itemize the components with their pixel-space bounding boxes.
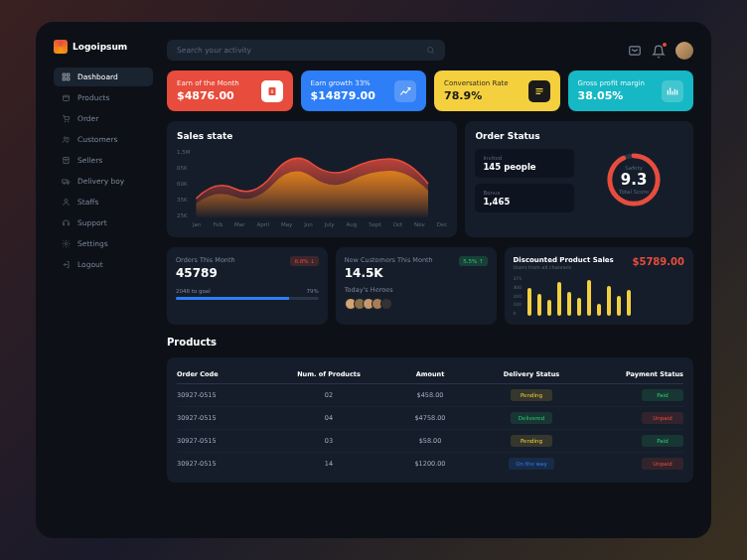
user-avatar[interactable]: [675, 42, 693, 60]
delivery-status: Delivered: [511, 412, 552, 424]
svg-rect-9: [63, 180, 68, 183]
search-input[interactable]: Search your activity: [167, 40, 445, 61]
brand-name: Logoipsum: [73, 42, 127, 52]
svg-rect-3: [67, 77, 70, 80]
notification-icon[interactable]: [652, 44, 666, 58]
payment-status: Unpaid: [642, 458, 683, 470]
svg-rect-0: [63, 73, 66, 76]
sidebar: Logoipsum DashboardProductsOrderCustomer…: [54, 40, 153, 520]
svg-rect-1: [67, 73, 70, 76]
table-row[interactable]: 30927-051502$458.00PendingPaid: [177, 384, 683, 407]
svg-point-13: [65, 242, 67, 244]
nav-dashboard[interactable]: Dashboard: [54, 68, 153, 86]
cart-icon: [62, 114, 71, 123]
sales-state-panel: Sales state 1.5M85K60K35K25K JanFebMarAp…: [167, 121, 457, 237]
person-icon: [62, 198, 71, 207]
heroes-avatars: [345, 298, 488, 310]
nav-customers[interactable]: Customers: [54, 130, 153, 149]
kpi-card-0[interactable]: Earn of the Month$4876.008: [167, 70, 293, 111]
new-customers-panel: New Customers This Month 14.5K 5.5% ↑ To…: [336, 247, 497, 325]
logo-icon: [54, 40, 68, 54]
delivery-status: On the way: [509, 458, 553, 470]
main-content: Search your activity Earn of the Month$4…: [167, 40, 693, 520]
invited-box: Invited 145 people: [475, 149, 574, 178]
nav-logout[interactable]: Logout: [54, 255, 153, 274]
card-icon: [394, 80, 416, 102]
table-row[interactable]: 30927-051503$58.00PendingPaid: [177, 430, 683, 453]
kpi-card-1[interactable]: Earn growth 33%$14879.00: [301, 70, 427, 111]
payment-status: Paid: [642, 435, 683, 447]
svg-rect-2: [63, 77, 66, 80]
table-row[interactable]: 30927-051504$4758.00DeliveredUnpaid: [177, 407, 683, 430]
logout-icon: [62, 260, 71, 269]
svg-point-8: [67, 137, 69, 139]
card-icon: [662, 80, 683, 102]
table-row[interactable]: 30927-051514$1200.00On the wayUnpaid: [177, 453, 683, 475]
svg-point-14: [428, 48, 433, 53]
orders-change-badge: 8.8% ↓: [290, 256, 318, 266]
kpi-cards: Earn of the Month$4876.008Earn growth 33…: [167, 70, 693, 111]
search-placeholder: Search your activity: [177, 46, 251, 55]
nav-delivery-boy[interactable]: Delivery boy: [54, 172, 153, 191]
message-icon[interactable]: [628, 44, 642, 58]
svg-point-10: [64, 183, 66, 185]
orders-month-panel: Orders This Month 45789 8.8% ↓ 2048 to g…: [167, 247, 328, 325]
users-icon: [62, 135, 71, 144]
main-nav: DashboardProductsOrderCustomersSellersDe…: [54, 68, 153, 274]
kpi-card-2[interactable]: Conversation Rate78.9%: [434, 70, 560, 111]
grid-icon: [62, 72, 71, 81]
goal-progress: [176, 297, 319, 300]
nav-products[interactable]: Products: [54, 88, 153, 107]
svg-text:8: 8: [270, 88, 273, 93]
search-icon: [426, 46, 435, 55]
svg-rect-4: [64, 95, 70, 100]
svg-point-12: [65, 200, 68, 203]
sales-chart: 1.5M85K60K35K25K: [177, 149, 447, 218]
gear-icon: [62, 239, 71, 248]
card-icon: 8: [261, 80, 283, 102]
headset-icon: [62, 218, 71, 227]
notification-dot: [663, 43, 667, 47]
store-icon: [62, 156, 71, 165]
payment-status: Paid: [642, 389, 683, 401]
order-status-title: Order Status: [475, 131, 574, 141]
products-title: Products: [167, 337, 693, 348]
delivery-status: Pending: [511, 435, 552, 447]
svg-point-5: [65, 121, 66, 122]
brand-logo[interactable]: Logoipsum: [54, 40, 153, 54]
nav-settings[interactable]: Settings: [54, 234, 153, 253]
customers-change-badge: 5.5% ↑: [459, 256, 487, 266]
box-icon: [62, 93, 71, 102]
bonus-box: Bonus 1,465: [475, 184, 574, 212]
kpi-card-3[interactable]: Gross profit margin38.05%: [568, 70, 694, 111]
order-status-panel: Order Status Invited 145 people Bonus 1,…: [465, 121, 693, 237]
card-icon: [528, 80, 550, 102]
delivery-status: Pending: [511, 389, 552, 401]
nav-support[interactable]: Support: [54, 213, 153, 232]
truck-icon: [62, 177, 71, 186]
safety-gauge: Safety 9.3 Total Score: [584, 131, 683, 227]
nav-sellers[interactable]: Sellers: [54, 151, 153, 170]
nav-order[interactable]: Order: [54, 109, 153, 128]
payment-status: Unpaid: [642, 412, 683, 424]
svg-point-11: [68, 183, 70, 185]
svg-point-6: [68, 121, 69, 122]
discount-sales-panel: Discounted Product Sales Users from all …: [505, 247, 694, 325]
table-header: Order CodeNum. of ProductsAmountDelivery…: [177, 365, 683, 384]
sales-title: Sales state: [177, 131, 447, 141]
discount-bar-chart: 3753002001000: [514, 276, 685, 316]
nav-staffs[interactable]: Staffs: [54, 193, 153, 211]
topbar: Search your activity: [167, 40, 693, 61]
svg-point-7: [64, 137, 66, 139]
products-table: Order CodeNum. of ProductsAmountDelivery…: [167, 357, 693, 483]
